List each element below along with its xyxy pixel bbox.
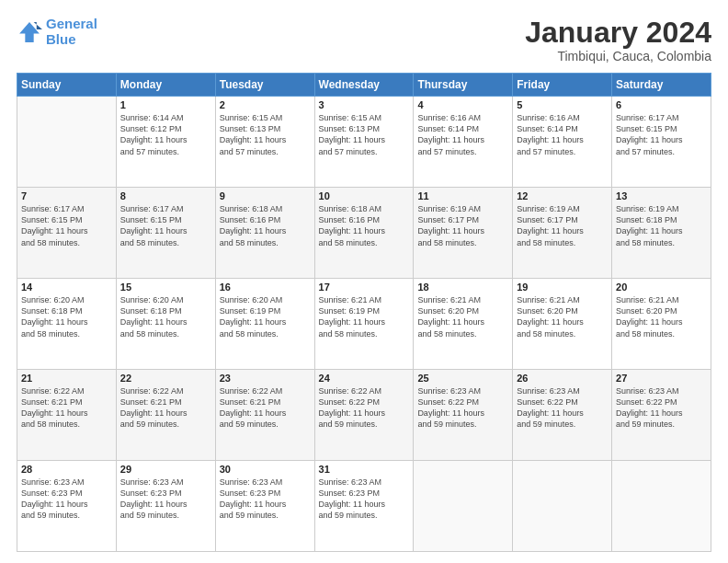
weekday-header-row: SundayMondayTuesdayWednesdayThursdayFrid… [17, 74, 711, 97]
calendar-cell [17, 97, 117, 188]
day-info: Sunrise: 6:23 AM Sunset: 6:22 PM Dayligh… [417, 385, 508, 431]
calendar-cell [414, 461, 513, 552]
day-info: Sunrise: 6:22 AM Sunset: 6:21 PM Dayligh… [21, 385, 112, 431]
calendar-cell: 13Sunrise: 6:19 AM Sunset: 6:18 PM Dayli… [612, 188, 711, 279]
day-number: 2 [220, 99, 311, 110]
day-number: 21 [21, 373, 112, 384]
page: General Blue January 2024 Timbiqui, Cauc… [0, 0, 728, 563]
day-number: 20 [616, 282, 707, 293]
day-info: Sunrise: 6:22 AM Sunset: 6:21 PM Dayligh… [120, 385, 211, 431]
calendar-cell: 19Sunrise: 6:21 AM Sunset: 6:20 PM Dayli… [513, 279, 612, 370]
day-info: Sunrise: 6:21 AM Sunset: 6:20 PM Dayligh… [616, 294, 707, 339]
logo-text: General Blue [46, 17, 97, 47]
weekday-header-friday: Friday [513, 74, 612, 97]
day-number: 12 [517, 190, 608, 201]
day-info: Sunrise: 6:15 AM Sunset: 6:13 PM Dayligh… [220, 112, 311, 157]
day-info: Sunrise: 6:20 AM Sunset: 6:19 PM Dayligh… [220, 294, 311, 339]
day-number: 28 [21, 464, 112, 475]
day-number: 22 [120, 373, 211, 384]
day-number: 7 [21, 190, 112, 201]
calendar-cell: 26Sunrise: 6:23 AM Sunset: 6:22 PM Dayli… [513, 370, 612, 461]
day-number: 23 [220, 373, 311, 384]
day-number: 3 [319, 99, 410, 110]
calendar-cell: 14Sunrise: 6:20 AM Sunset: 6:18 PM Dayli… [17, 279, 117, 370]
day-info: Sunrise: 6:21 AM Sunset: 6:20 PM Dayligh… [417, 294, 508, 339]
day-number: 1 [120, 99, 211, 110]
calendar-cell: 27Sunrise: 6:23 AM Sunset: 6:22 PM Dayli… [612, 370, 711, 461]
day-info: Sunrise: 6:23 AM Sunset: 6:23 PM Dayligh… [21, 477, 112, 522]
day-info: Sunrise: 6:22 AM Sunset: 6:21 PM Dayligh… [220, 385, 311, 431]
day-number: 13 [616, 190, 707, 201]
day-info: Sunrise: 6:21 AM Sunset: 6:19 PM Dayligh… [319, 294, 410, 339]
calendar-cell: 23Sunrise: 6:22 AM Sunset: 6:21 PM Dayli… [215, 370, 314, 461]
day-info: Sunrise: 6:23 AM Sunset: 6:23 PM Dayligh… [220, 477, 311, 522]
day-info: Sunrise: 6:17 AM Sunset: 6:15 PM Dayligh… [21, 203, 112, 248]
calendar-cell: 15Sunrise: 6:20 AM Sunset: 6:18 PM Dayli… [116, 279, 215, 370]
day-info: Sunrise: 6:23 AM Sunset: 6:22 PM Dayligh… [517, 385, 608, 431]
day-number: 6 [616, 99, 707, 110]
week-row-3: 14Sunrise: 6:20 AM Sunset: 6:18 PM Dayli… [17, 279, 711, 370]
day-number: 31 [319, 464, 410, 475]
logo-icon [17, 19, 42, 45]
calendar-cell: 6Sunrise: 6:17 AM Sunset: 6:15 PM Daylig… [612, 97, 711, 188]
weekday-header-tuesday: Tuesday [215, 74, 314, 97]
day-info: Sunrise: 6:19 AM Sunset: 6:17 PM Dayligh… [417, 203, 508, 248]
day-number: 15 [120, 282, 211, 293]
calendar-cell: 21Sunrise: 6:22 AM Sunset: 6:21 PM Dayli… [17, 370, 117, 461]
logo-blue: Blue [46, 31, 76, 47]
calendar-cell: 8Sunrise: 6:17 AM Sunset: 6:15 PM Daylig… [116, 188, 215, 279]
calendar-cell: 2Sunrise: 6:15 AM Sunset: 6:13 PM Daylig… [215, 97, 314, 188]
weekday-header-thursday: Thursday [414, 74, 513, 97]
weekday-header-monday: Monday [116, 74, 215, 97]
day-info: Sunrise: 6:17 AM Sunset: 6:15 PM Dayligh… [120, 203, 211, 248]
logo: General Blue [17, 17, 97, 47]
header: General Blue January 2024 Timbiqui, Cauc… [17, 17, 711, 63]
calendar-cell: 30Sunrise: 6:23 AM Sunset: 6:23 PM Dayli… [215, 461, 314, 552]
calendar-cell: 16Sunrise: 6:20 AM Sunset: 6:19 PM Dayli… [215, 279, 314, 370]
day-info: Sunrise: 6:15 AM Sunset: 6:13 PM Dayligh… [319, 112, 410, 157]
day-info: Sunrise: 6:19 AM Sunset: 6:18 PM Dayligh… [616, 203, 707, 248]
day-number: 11 [417, 190, 508, 201]
calendar-cell: 5Sunrise: 6:16 AM Sunset: 6:14 PM Daylig… [513, 97, 612, 188]
main-title: January 2024 [525, 17, 711, 49]
day-info: Sunrise: 6:23 AM Sunset: 6:23 PM Dayligh… [319, 477, 410, 522]
day-number: 18 [417, 282, 508, 293]
day-number: 17 [319, 282, 410, 293]
day-info: Sunrise: 6:20 AM Sunset: 6:18 PM Dayligh… [120, 294, 211, 339]
day-info: Sunrise: 6:21 AM Sunset: 6:20 PM Dayligh… [517, 294, 608, 339]
day-info: Sunrise: 6:23 AM Sunset: 6:22 PM Dayligh… [616, 385, 707, 431]
day-number: 14 [21, 282, 112, 293]
calendar-cell: 24Sunrise: 6:22 AM Sunset: 6:22 PM Dayli… [314, 370, 414, 461]
day-info: Sunrise: 6:20 AM Sunset: 6:18 PM Dayligh… [21, 294, 112, 339]
day-info: Sunrise: 6:17 AM Sunset: 6:15 PM Dayligh… [616, 112, 707, 157]
calendar-cell [612, 461, 711, 552]
calendar-cell: 12Sunrise: 6:19 AM Sunset: 6:17 PM Dayli… [513, 188, 612, 279]
weekday-header-wednesday: Wednesday [314, 74, 414, 97]
calendar-cell: 4Sunrise: 6:16 AM Sunset: 6:14 PM Daylig… [414, 97, 513, 188]
title-block: January 2024 Timbiqui, Cauca, Colombia [525, 17, 711, 63]
calendar-cell: 31Sunrise: 6:23 AM Sunset: 6:23 PM Dayli… [314, 461, 414, 552]
week-row-2: 7Sunrise: 6:17 AM Sunset: 6:15 PM Daylig… [17, 188, 711, 279]
day-number: 30 [220, 464, 311, 475]
day-info: Sunrise: 6:16 AM Sunset: 6:14 PM Dayligh… [417, 112, 508, 157]
weekday-header-saturday: Saturday [612, 74, 711, 97]
calendar-cell: 11Sunrise: 6:19 AM Sunset: 6:17 PM Dayli… [414, 188, 513, 279]
calendar-cell: 25Sunrise: 6:23 AM Sunset: 6:22 PM Dayli… [414, 370, 513, 461]
calendar-cell: 7Sunrise: 6:17 AM Sunset: 6:15 PM Daylig… [17, 188, 117, 279]
day-number: 5 [517, 99, 608, 110]
calendar-cell: 17Sunrise: 6:21 AM Sunset: 6:19 PM Dayli… [314, 279, 414, 370]
calendar-cell: 22Sunrise: 6:22 AM Sunset: 6:21 PM Dayli… [116, 370, 215, 461]
day-number: 24 [319, 373, 410, 384]
day-number: 29 [120, 464, 211, 475]
week-row-5: 28Sunrise: 6:23 AM Sunset: 6:23 PM Dayli… [17, 461, 711, 552]
calendar-cell: 1Sunrise: 6:14 AM Sunset: 6:12 PM Daylig… [116, 97, 215, 188]
day-number: 8 [120, 190, 211, 201]
day-info: Sunrise: 6:14 AM Sunset: 6:12 PM Dayligh… [120, 112, 211, 157]
day-number: 26 [517, 373, 608, 384]
day-info: Sunrise: 6:22 AM Sunset: 6:22 PM Dayligh… [319, 385, 410, 431]
subtitle: Timbiqui, Cauca, Colombia [525, 49, 711, 63]
svg-marker-0 [19, 22, 40, 42]
day-info: Sunrise: 6:23 AM Sunset: 6:23 PM Dayligh… [120, 477, 211, 522]
calendar-cell: 28Sunrise: 6:23 AM Sunset: 6:23 PM Dayli… [17, 461, 117, 552]
logo-general: General [46, 16, 97, 31]
